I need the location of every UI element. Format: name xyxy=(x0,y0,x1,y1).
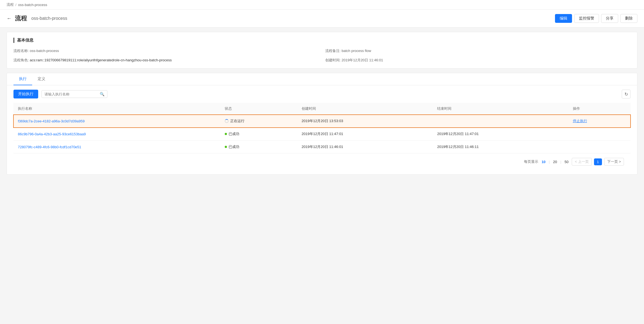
header-actions: 编辑 监控报警 分享 删除 xyxy=(555,14,637,23)
execution-name-link[interactable]: 728079fc-c489-4fc6-98b0-fcdf1cd70e51 xyxy=(18,145,81,149)
table-row: 86c9b796-0a4a-42b3-aa25-93ce6153baa9已成功2… xyxy=(13,128,631,141)
stop-execute-button[interactable]: 停止执行 xyxy=(573,119,587,123)
cell-ended: 2019年12月20日 11:47:01 xyxy=(433,128,568,141)
col-status: 状态 xyxy=(220,103,297,115)
pagination: 每页显示 10 | 20 | 50 < 上一页 1 下一页 > xyxy=(13,153,631,170)
col-ended: 结束时间 xyxy=(433,103,568,115)
tabs-header: 执行 定义 xyxy=(7,73,637,85)
breadcrumb-bar: 流程 / oss-batch-process xyxy=(0,0,644,10)
info-name: 流程名称: oss-batch-process xyxy=(13,48,319,53)
cell-name: f369dc7a-2cee-4182-a96a-3c0d7d39a959 xyxy=(13,115,220,128)
next-page-button[interactable]: 下一页 > xyxy=(604,158,624,166)
search-input[interactable] xyxy=(45,92,98,96)
card-title: 基本信息 xyxy=(13,38,631,43)
breadcrumb: 流程 / oss-batch-process xyxy=(7,2,47,7)
search-icon: 🔍 xyxy=(100,92,104,96)
share-button[interactable]: 分享 xyxy=(601,14,618,23)
tab-definition[interactable]: 定义 xyxy=(32,73,51,85)
spinner-icon xyxy=(225,119,229,123)
name-label: 流程名称: oss-batch-process xyxy=(13,48,319,53)
content-area: 基本信息 流程名称: oss-batch-process 流程备注: batch… xyxy=(0,28,644,179)
status-success: 已成功 xyxy=(225,131,293,136)
prev-page-button[interactable]: < 上一页 xyxy=(572,158,592,166)
page-size-20[interactable]: 20 xyxy=(552,160,558,164)
cell-name: 728079fc-c489-4fc6-98b0-fcdf1cd70e51 xyxy=(13,141,220,153)
toolbar: 开始执行 🔍 ↻ xyxy=(13,90,631,98)
cell-status: 已成功 xyxy=(220,128,297,141)
note-label: 流程备注: batch process flow xyxy=(325,48,631,53)
created-label: 创建时间: 2019年12月20日 11:46:01 xyxy=(325,58,631,63)
cell-status: 正在运行 xyxy=(220,115,297,128)
tab-execute[interactable]: 执行 xyxy=(13,73,32,85)
breadcrumb-current: oss-batch-process xyxy=(18,3,47,7)
role-label: 流程角色: acs:ram::1927006679819111:role/ali… xyxy=(13,58,319,63)
cell-action xyxy=(568,128,631,141)
header-left: ← 流程 oss-batch-process xyxy=(7,14,67,23)
refresh-button[interactable]: ↻ xyxy=(622,90,631,98)
page-1-button[interactable]: 1 xyxy=(594,158,602,165)
cell-created: 2019年12月20日 11:47:01 xyxy=(297,128,433,141)
col-name: 执行名称 xyxy=(13,103,220,115)
page-header: ← 流程 oss-batch-process 编辑 监控报警 分享 删除 xyxy=(0,10,644,28)
search-box: 🔍 xyxy=(41,90,107,98)
cell-action xyxy=(568,141,631,153)
table-row: f369dc7a-2cee-4182-a96a-3c0d7d39a959正在运行… xyxy=(13,115,631,128)
page-title: 流程 xyxy=(15,14,27,23)
execution-name-link[interactable]: 86c9b796-0a4a-42b3-aa25-93ce6153baa9 xyxy=(18,132,86,136)
page-size-10[interactable]: 10 xyxy=(540,160,546,164)
refresh-icon: ↻ xyxy=(624,92,628,97)
cell-action: 停止执行 xyxy=(568,115,631,128)
execution-name-link[interactable]: f369dc7a-2cee-4182-a96a-3c0d7d39a959 xyxy=(18,119,85,123)
cell-ended xyxy=(433,115,568,128)
info-card: 基本信息 流程名称: oss-batch-process 流程备注: batch… xyxy=(7,32,637,68)
status-label: 正在运行 xyxy=(230,119,245,123)
col-action: 操作 xyxy=(568,103,631,115)
breadcrumb-root[interactable]: 流程 xyxy=(7,2,14,7)
info-role: 流程角色: acs:ram::1927006679819111:role/ali… xyxy=(13,58,319,63)
cell-ended: 2019年12月20日 11:46:11 xyxy=(433,141,568,153)
cell-created: 2019年12月20日 13:53:03 xyxy=(297,115,433,128)
cell-status: 已成功 xyxy=(220,141,297,153)
status-success: 已成功 xyxy=(225,144,293,149)
executions-table: 执行名称 状态 创建时间 结束时间 操作 f369dc7a-2cee-4182-… xyxy=(13,103,631,153)
back-button[interactable]: ← xyxy=(7,16,12,21)
page-subtitle: oss-batch-process xyxy=(31,16,67,21)
status-running: 正在运行 xyxy=(225,119,293,123)
page-wrapper: 流程 / oss-batch-process ← 流程 oss-batch-pr… xyxy=(0,0,644,324)
breadcrumb-separator: / xyxy=(15,3,16,7)
success-dot-icon xyxy=(225,133,227,135)
delete-button[interactable]: 删除 xyxy=(620,14,637,23)
start-execute-button[interactable]: 开始执行 xyxy=(13,90,38,98)
page-size-50[interactable]: 50 xyxy=(564,160,570,164)
col-created: 创建时间 xyxy=(297,103,433,115)
cell-created: 2019年12月20日 11:46:01 xyxy=(297,141,433,153)
pagination-label: 每页显示 xyxy=(524,159,538,164)
info-note: 流程备注: batch process flow xyxy=(325,48,631,53)
cell-name: 86c9b796-0a4a-42b3-aa25-93ce6153baa9 xyxy=(13,128,220,141)
table-header: 执行名称 状态 创建时间 结束时间 操作 xyxy=(13,103,631,115)
info-grid: 流程名称: oss-batch-process 流程备注: batch proc… xyxy=(13,48,631,63)
table-row: 728079fc-c489-4fc6-98b0-fcdf1cd70e51已成功2… xyxy=(13,141,631,153)
status-label: 已成功 xyxy=(229,144,239,149)
status-label: 已成功 xyxy=(229,131,239,136)
success-dot-icon xyxy=(225,146,227,148)
info-created: 创建时间: 2019年12月20日 11:46:01 xyxy=(325,58,631,63)
monitor-button[interactable]: 监控报警 xyxy=(574,14,599,23)
tab-content-execute: 开始执行 🔍 ↻ 执行名称 状态 创建时间 xyxy=(7,85,637,174)
edit-button[interactable]: 编辑 xyxy=(555,14,572,23)
tabs-container: 执行 定义 开始执行 🔍 ↻ xyxy=(7,73,637,175)
